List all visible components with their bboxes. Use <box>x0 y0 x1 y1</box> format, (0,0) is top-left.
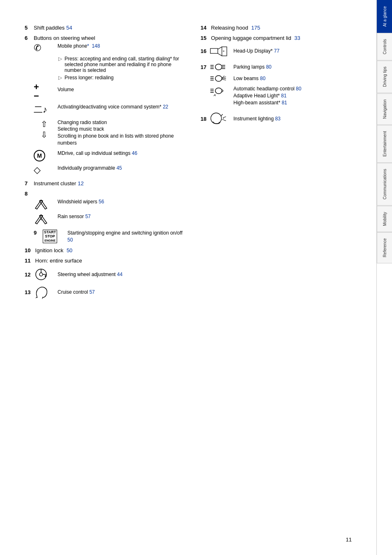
programmable-link[interactable]: 45 <box>116 165 122 171</box>
sub-item-wiper: Windshield wipers 56 <box>34 198 188 211</box>
instrument-label: Instrument lighting <box>233 116 275 122</box>
parking-text: Parking lamps 80 <box>233 64 272 71</box>
sub-item-parking: 17 <box>201 62 368 71</box>
hud-link[interactable]: 77 <box>274 48 279 54</box>
sub-item-programmable: ◇ Individually programmable 45 <box>34 165 188 175</box>
item-link-14[interactable]: 175 <box>250 25 260 31</box>
adaptive-label: Adaptive Head Light* 81 <box>233 92 301 99</box>
instrument-link[interactable]: 83 <box>275 116 280 122</box>
svg-point-35 <box>211 113 221 124</box>
lowbeam-link[interactable]: 80 <box>260 76 265 81</box>
arrows-text: Changing radio station Selecting music t… <box>58 119 188 147</box>
adaptive-link[interactable]: 81 <box>281 93 286 99</box>
svg-line-28 <box>222 79 226 80</box>
item-link-7[interactable]: 12 <box>78 180 83 187</box>
phone-bullet-1-text: Press: accepting and ending call, starti… <box>65 56 188 73</box>
item-12: 12 Steering wheel <box>25 268 188 281</box>
auto-headlamp-icon: A <box>210 85 226 96</box>
autolight-link[interactable]: 80 <box>296 86 301 92</box>
lowbeam-label: Low beams <box>233 76 260 81</box>
arrows-label-2: Selecting music track <box>58 126 188 133</box>
item-12-subitems: 12 Steering wheel <box>25 268 188 281</box>
mdrive-icon-col: M <box>34 150 54 161</box>
mdrive-link[interactable]: 46 <box>132 150 137 156</box>
item-number-12: 12 <box>25 272 34 278</box>
cruise-link[interactable]: 57 <box>89 289 95 295</box>
arrows-label-3: Scrolling in phone book and in lists wit… <box>58 133 188 147</box>
sidebar-tab-navigation[interactable]: Navigation <box>377 93 392 125</box>
sidebar-tab-controls[interactable]: Controls <box>377 33 392 60</box>
item-title-7: Instrument cluster <box>34 180 76 187</box>
voice-text: Activating/deactivating voice command sy… <box>58 104 168 111</box>
m-icon: M <box>34 150 45 161</box>
cruise-icon-col <box>34 285 54 299</box>
sub-item-lowbeam: Low beams 80 <box>210 74 368 83</box>
sub-item-instrument: 18 J <box>201 112 368 126</box>
sidebar-tabs: At a glance Controls Driving tips Naviga… <box>377 0 392 555</box>
volume-label: Volume <box>58 87 74 92</box>
mdrive-label: MDrive, call up individual settings <box>58 150 132 156</box>
item-14: 14 Releasing hood 175 <box>201 25 368 31</box>
rain-link[interactable]: 57 <box>85 214 90 219</box>
bullet-arrow-1: ▷ <box>58 56 62 62</box>
sidebar-tab-entertainment[interactable]: Entertainment <box>377 125 392 163</box>
svg-line-38 <box>224 117 226 117</box>
svg-marker-1 <box>39 200 47 209</box>
item-5: 5 Shift paddles 54 <box>25 25 188 31</box>
voice-link[interactable]: 22 <box>163 104 168 110</box>
sub-item-hud: 16 ≡ Head-Up Displ <box>201 45 368 57</box>
sidebar-tab-communications[interactable]: Communications <box>377 163 392 205</box>
item-number-15: 15 <box>201 35 210 41</box>
arrow-up-icon: ⇧ <box>41 119 48 129</box>
startstop-link[interactable]: 50 <box>67 237 73 243</box>
svg-rect-10 <box>210 48 218 53</box>
item-number-14: 14 <box>201 25 210 31</box>
wiper-text: Windshield wipers 56 <box>58 198 104 205</box>
wiper-label: Windshield wipers <box>58 199 99 205</box>
sub-item-arrows: ⇧ ⇩ Changing radio station Selecting mus… <box>34 119 188 147</box>
phone-bullet-2-text: Press longer: redialing <box>65 75 113 81</box>
steering-text: Steering wheel adjustment 44 <box>58 271 122 278</box>
item-link-10[interactable]: 50 <box>65 247 72 253</box>
autolight-label: Automatic headlamp control 80 <box>233 85 301 92</box>
item-link-15[interactable]: 33 <box>293 35 300 41</box>
parking-link[interactable]: 80 <box>266 64 271 70</box>
sidebar-tab-reference[interactable]: Reference <box>377 232 392 263</box>
instrument-icon-col: J <box>210 112 230 126</box>
svg-point-33 <box>215 88 222 94</box>
svg-line-11 <box>218 47 222 49</box>
item-number-11: 11 <box>25 258 34 264</box>
item-link-5[interactable]: 54 <box>66 25 72 31</box>
svg-point-18 <box>215 64 222 70</box>
item-6-subitems: ✆ Mobile phone* 148 ▷ Press: accepting a… <box>34 43 188 175</box>
svg-marker-0 <box>35 200 43 209</box>
item-title-10: Ignition lock <box>34 247 63 253</box>
sidebar-tab-at-a-glance[interactable]: At a glance <box>377 0 392 33</box>
bullet-arrow-2: ▷ <box>58 75 62 81</box>
wiper-icon-col <box>34 198 54 211</box>
sub-item-mdrive: M MDrive, call up individual settings 46 <box>34 150 188 161</box>
autolight-icon-col: A <box>210 85 230 96</box>
start-stop-icon: STARTSTOPENGINE <box>43 230 57 244</box>
highbeam-link[interactable]: 81 <box>281 100 287 106</box>
wiper-icon <box>34 198 48 211</box>
lowbeam-icon-col <box>210 74 230 83</box>
sidebar-tab-mobility[interactable]: Mobility <box>377 206 392 232</box>
mobile-phone-link[interactable]: * 148 <box>87 43 100 49</box>
voice-label: Activating/deactivating voice command sy… <box>58 104 163 110</box>
programmable-label: Individually programmable <box>58 165 116 171</box>
low-beams-icon <box>210 74 226 83</box>
right-sidebar: At a glance Controls Driving tips Naviga… <box>376 0 392 555</box>
steering-link[interactable]: 44 <box>117 272 122 277</box>
wiper-link[interactable]: 56 <box>99 199 104 205</box>
item-title-11: Horn: entire surface <box>34 258 82 264</box>
svg-text:A: A <box>213 93 216 96</box>
item-17-subitems: 17 <box>201 62 368 106</box>
phone-icon-col: ✆ <box>34 43 54 53</box>
page-number: 11 <box>346 537 352 543</box>
sidebar-tab-driving-tips[interactable]: Driving tips <box>377 60 392 93</box>
volume-icon-col: + − <box>34 83 54 100</box>
item-number-8: 8 <box>25 191 34 197</box>
svg-line-39 <box>224 120 226 121</box>
item-18: 18 J <box>201 112 368 126</box>
